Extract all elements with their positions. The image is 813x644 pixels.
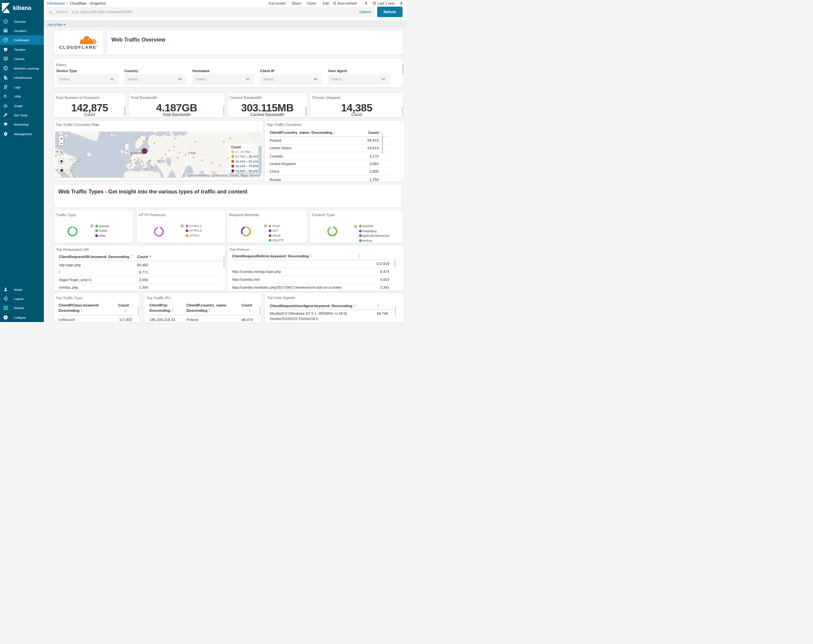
svg-text:© OpenStreetMap contributors,: © OpenStreetMap contributors, Elastic Ma…: [183, 174, 261, 177]
svg-text:35,403 – 53,104: 35,403 – 53,104: [235, 159, 258, 163]
svg-text:TH: TH: [55, 150, 58, 153]
svg-text:Count: Count: [231, 145, 241, 149]
svg-text:D: D: [5, 307, 6, 310]
svg-text:IC: IC: [55, 154, 57, 157]
svg-text:17,702 – 35,403: 17,702 – 35,403: [235, 155, 258, 158]
svg-text:1 – 17,702: 1 – 17,702: [235, 150, 250, 153]
svg-text:53,104 – 70,805: 53,104 – 70,805: [235, 164, 258, 168]
svg-text:ASIA: ASIA: [188, 151, 196, 155]
svg-text:70,805 – 88,506: 70,805 – 88,506: [235, 169, 258, 173]
